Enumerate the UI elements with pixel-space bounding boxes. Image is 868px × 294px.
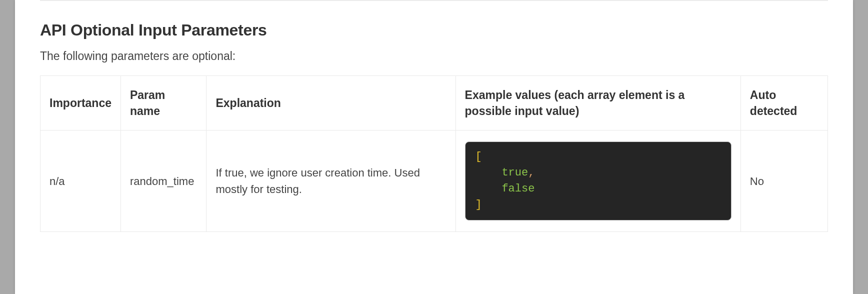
table-row: n/a random_time If true, we ignore user … <box>40 130 828 232</box>
section-divider <box>40 0 828 1</box>
cell-auto-detected: No <box>740 130 828 232</box>
table-header-row: Importance Param name Explanation Exampl… <box>40 76 828 130</box>
cell-importance: n/a <box>40 130 121 232</box>
section-description: The following parameters are optional: <box>40 50 828 63</box>
section-title: API Optional Input Parameters <box>40 21 828 40</box>
example-code-block: [ true, false ] <box>465 142 732 220</box>
col-header-importance: Importance <box>40 76 121 130</box>
cell-param-name: random_time <box>120 130 206 232</box>
documentation-page: API Optional Input Parameters The follow… <box>15 0 853 294</box>
col-header-param-name: Param name <box>120 76 206 130</box>
code-boolean-true: true <box>502 166 528 179</box>
code-bracket-open: [ <box>476 150 482 163</box>
code-comma: , <box>528 166 534 179</box>
code-boolean-false: false <box>502 182 534 195</box>
col-header-auto-detected: Auto detected <box>740 76 828 130</box>
col-header-explanation: Explanation <box>206 76 456 130</box>
code-bracket-close: ] <box>476 198 482 211</box>
col-header-example-values: Example values (each array element is a … <box>456 76 740 130</box>
optional-params-table: Importance Param name Explanation Exampl… <box>40 76 828 232</box>
cell-example-values: [ true, false ] <box>456 130 740 232</box>
cell-explanation: If true, we ignore user creation time. U… <box>206 130 456 232</box>
